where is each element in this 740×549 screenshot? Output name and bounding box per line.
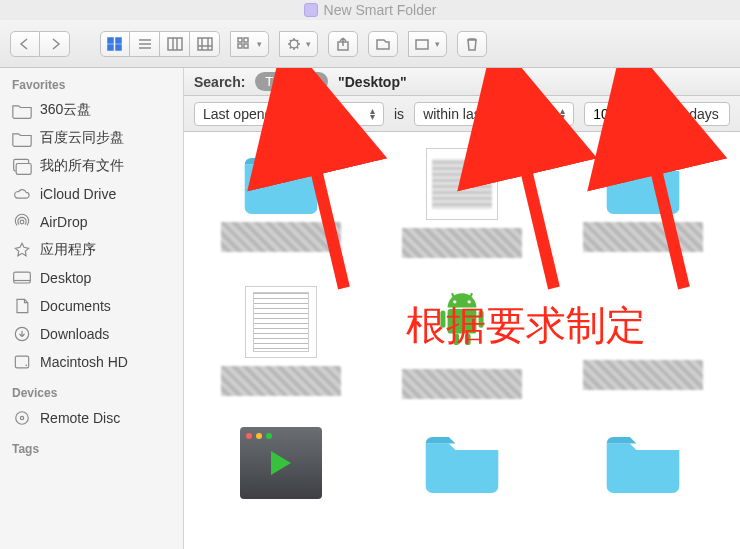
result-item[interactable] <box>194 286 367 399</box>
result-item[interactable] <box>557 427 730 499</box>
share-button[interactable] <box>328 31 358 57</box>
view-coverflow-button[interactable] <box>190 31 220 57</box>
sidebar-item-label: 360云盘 <box>40 101 91 119</box>
result-name-censored <box>402 228 522 258</box>
sidebar-item-label: iCloud Drive <box>40 186 116 202</box>
sidebar-item-airdrop[interactable]: AirDrop <box>0 208 183 236</box>
sidebar-item-downloads[interactable]: Downloads <box>0 320 183 348</box>
result-name-censored <box>402 369 522 399</box>
criteria-unit-select[interactable]: days <box>678 102 730 126</box>
svg-rect-34 <box>244 38 248 42</box>
documents-icon <box>12 297 32 315</box>
view-list-button[interactable] <box>130 31 160 57</box>
folder-icon <box>236 148 326 214</box>
criteria-relation-select[interactable]: within last ▴▾ <box>414 102 574 126</box>
chevron-updown-icon: ▴▾ <box>370 108 375 120</box>
allfiles-icon <box>12 157 32 175</box>
apps-icon <box>12 241 32 259</box>
result-item[interactable] <box>557 286 730 399</box>
nav-buttons <box>10 31 70 57</box>
result-name-censored <box>583 222 703 252</box>
result-item[interactable] <box>557 148 730 258</box>
sidebar-item-label: Remote Disc <box>40 410 120 426</box>
svg-rect-22 <box>116 45 121 50</box>
sidebar-item-remotedisc[interactable]: Remote Disc <box>0 404 183 432</box>
svg-rect-19 <box>108 38 113 43</box>
sidebar-item-baidu[interactable]: 百度云同步盘 <box>0 124 183 152</box>
sidebar-item-label: Desktop <box>40 270 91 286</box>
sidebar: Favorites 360云盘 百度云同步盘 我的所有文件 iCloud Dri… <box>0 68 184 549</box>
media-thumb <box>240 427 322 499</box>
placeholder <box>598 286 688 352</box>
sidebar-item-icloud[interactable]: iCloud Drive <box>0 180 183 208</box>
folder-icon <box>12 129 32 147</box>
file-thumb <box>426 148 498 220</box>
back-button[interactable] <box>10 31 40 57</box>
path-button[interactable]: ▾ <box>408 31 447 57</box>
view-icons-button[interactable] <box>100 31 130 57</box>
search-criteria-row: Last opened date ▴▾ is within last ▴▾ da… <box>184 96 740 132</box>
svg-rect-36 <box>244 44 248 48</box>
action-group: ▾ <box>279 31 318 57</box>
sidebar-item-label: 应用程序 <box>40 241 96 259</box>
sidebar-item-label: Macintosh HD <box>40 354 128 370</box>
svg-rect-20 <box>116 38 121 43</box>
sidebar-item-hd[interactable]: Macintosh HD <box>0 348 183 376</box>
svg-rect-35 <box>238 44 242 48</box>
result-item[interactable] <box>375 148 548 258</box>
result-item[interactable] <box>375 427 548 499</box>
result-item[interactable] <box>194 148 367 258</box>
result-name-censored <box>583 360 703 390</box>
results-grid <box>184 132 740 549</box>
sidebar-item-label: Downloads <box>40 326 109 342</box>
sidebar-item-apps[interactable]: 应用程序 <box>0 236 183 264</box>
sidebar-heading-tags: Tags <box>0 438 183 460</box>
tags-button[interactable] <box>368 31 398 57</box>
scope-desktop[interactable]: "Desktop" <box>338 74 407 90</box>
sidebar-item-360[interactable]: 360云盘 <box>0 96 183 124</box>
svg-rect-29 <box>198 38 212 50</box>
smartfolder-glyph <box>304 3 318 17</box>
svg-rect-39 <box>416 40 428 49</box>
result-name-censored <box>221 222 341 252</box>
sidebar-item-desktop[interactable]: Desktop <box>0 264 183 292</box>
folder-icon <box>12 101 32 119</box>
sidebar-item-label: 我的所有文件 <box>40 157 124 175</box>
svg-rect-26 <box>168 38 182 50</box>
arrange-group: ▾ <box>230 31 269 57</box>
search-label: Search: <box>194 74 245 90</box>
downloads-icon <box>12 325 32 343</box>
action-button[interactable]: ▾ <box>279 31 318 57</box>
svg-rect-33 <box>238 38 242 42</box>
sidebar-heading-favorites: Favorites <box>0 74 183 96</box>
path-button-group: ▾ <box>408 31 447 57</box>
forward-button[interactable] <box>40 31 70 57</box>
hdd-icon <box>12 353 32 371</box>
result-item[interactable] <box>194 427 367 499</box>
trash-button[interactable] <box>457 31 487 57</box>
chevron-updown-icon: ▴▾ <box>560 108 565 120</box>
desktop-icon <box>12 269 32 287</box>
sidebar-item-documents[interactable]: Documents <box>0 292 183 320</box>
folder-icon <box>417 427 507 493</box>
criteria-relation-label: is <box>394 106 404 122</box>
criteria-unit-value: days <box>689 106 719 122</box>
result-item[interactable] <box>375 286 548 399</box>
search-scope-bar: Search: This Mac "Desktop" <box>184 68 740 96</box>
document-thumb <box>245 286 317 358</box>
disc-icon <box>12 409 32 427</box>
airdrop-icon <box>12 213 32 231</box>
window-titlebar: New Smart Folder <box>0 0 740 20</box>
criteria-number-input[interactable] <box>584 102 668 126</box>
arrange-button[interactable]: ▾ <box>230 31 269 57</box>
view-mode-buttons <box>100 31 220 57</box>
svg-rect-21 <box>108 45 113 50</box>
criteria-attribute-select[interactable]: Last opened date ▴▾ <box>194 102 384 126</box>
view-columns-button[interactable] <box>160 31 190 57</box>
sidebar-item-allfiles[interactable]: 我的所有文件 <box>0 152 183 180</box>
window-title: New Smart Folder <box>324 2 437 18</box>
scope-thismac[interactable]: This Mac <box>255 72 328 91</box>
sidebar-item-label: Documents <box>40 298 111 314</box>
android-icon <box>426 286 498 361</box>
sidebar-item-label: 百度云同步盘 <box>40 129 124 147</box>
